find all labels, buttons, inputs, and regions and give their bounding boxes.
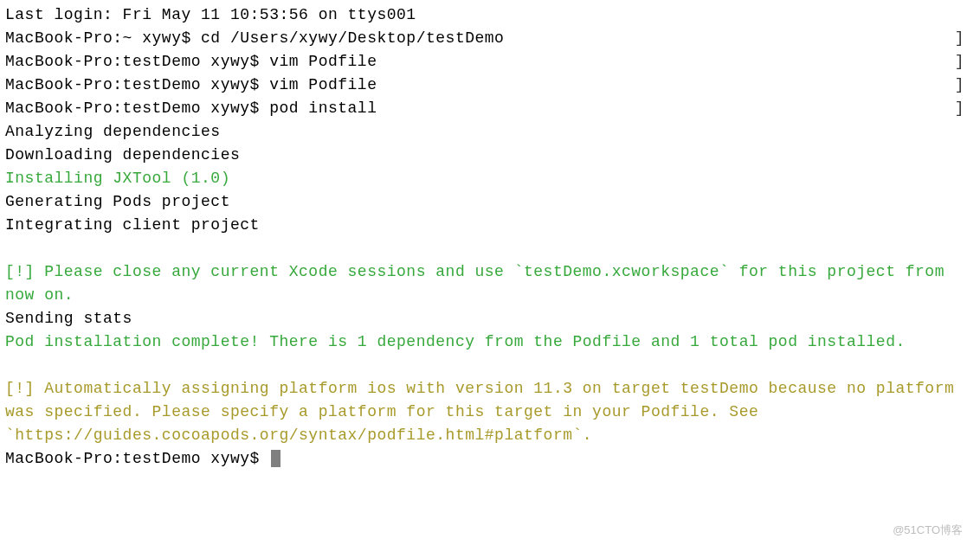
terminal-line: Downloading dependencies bbox=[5, 144, 975, 167]
terminal-line bbox=[5, 237, 975, 260]
terminal-line: [!] Please close any current Xcode sessi… bbox=[5, 260, 975, 307]
terminal-line: MacBook-Pro:~ xywy$ cd /Users/xywy/Deskt… bbox=[5, 27, 975, 50]
line-end-bracket: ] bbox=[955, 97, 964, 120]
terminal-line: [!] Automatically assigning platform ios… bbox=[5, 377, 975, 447]
line-end-bracket: ] bbox=[955, 27, 964, 50]
terminal-line: MacBook-Pro:testDemo xywy$ vim Podfile] bbox=[5, 74, 975, 97]
terminal-line: Sending stats bbox=[5, 307, 975, 330]
terminal-line: Last login: Fri May 11 10:53:56 on ttys0… bbox=[5, 3, 975, 27]
terminal-line bbox=[5, 354, 975, 377]
terminal-line: MacBook-Pro:testDemo xywy$ vim Podfile] bbox=[5, 50, 975, 74]
watermark-text: @51CTO博客 bbox=[893, 522, 963, 539]
terminal-output[interactable]: Last login: Fri May 11 10:53:56 on ttys0… bbox=[5, 3, 975, 471]
terminal-line: Installing JXTool (1.0) bbox=[5, 167, 975, 190]
terminal-line: Generating Pods project bbox=[5, 190, 975, 214]
terminal-prompt: MacBook-Pro:testDemo xywy$ bbox=[5, 450, 269, 467]
terminal-line: MacBook-Pro:testDemo xywy$ pod install] bbox=[5, 97, 975, 120]
terminal-line: Pod installation complete! There is 1 de… bbox=[5, 330, 975, 354]
terminal-line: Analyzing dependencies bbox=[5, 120, 975, 144]
terminal-prompt-line[interactable]: MacBook-Pro:testDemo xywy$ bbox=[5, 447, 975, 471]
line-end-bracket: ] bbox=[955, 74, 964, 97]
terminal-line: Integrating client project bbox=[5, 214, 975, 237]
cursor-icon bbox=[271, 450, 280, 467]
line-end-bracket: ] bbox=[955, 50, 964, 74]
